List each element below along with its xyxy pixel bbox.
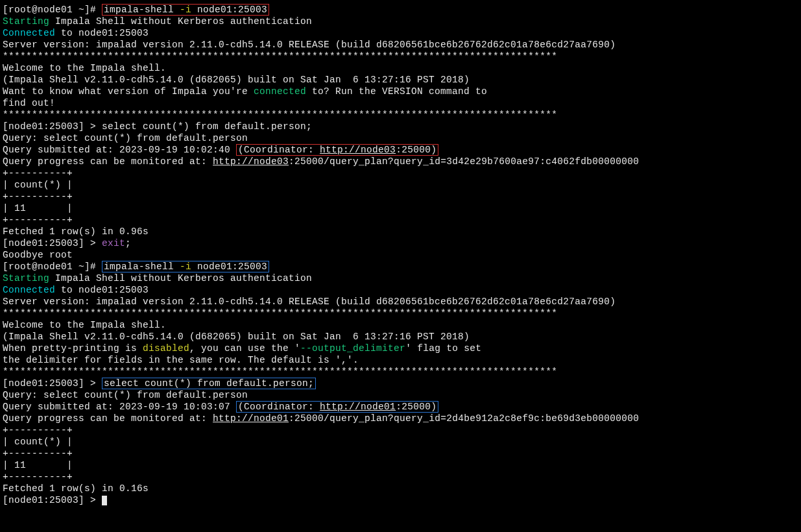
- output-line: (Impala Shell v2.11.0-cdh5.14.0 (d682065…: [3, 74, 798, 86]
- impala-prompt-line[interactable]: [node01:25003] >: [3, 494, 798, 506]
- table-row: | 11 |: [3, 202, 798, 214]
- impala-prompt-line[interactable]: [node01:25003] > select count(*) from de…: [3, 121, 798, 132]
- output-line: ****************************************…: [3, 51, 798, 62]
- output-line: Welcome to the Impala shell.: [3, 62, 798, 74]
- highlight-box-blue: impala-shell -i node01:25003: [102, 261, 269, 272]
- table-border: +----------+: [3, 424, 798, 436]
- coordinator-url[interactable]: http://node01: [320, 402, 396, 412]
- output-line: the delimiter for fields in the same row…: [3, 354, 798, 366]
- impala-prompt-line[interactable]: [node01:25003] > select count(*) from de…: [3, 378, 798, 389]
- output-line: When pretty-printing is disabled, you ca…: [3, 343, 798, 354]
- highlight-box-blue: select count(*) from default.person;: [102, 378, 316, 389]
- output-line: Goodbye root: [3, 249, 798, 261]
- output-line: Server version: impalad version 2.11.0-c…: [3, 39, 798, 51]
- output-line: find out!: [3, 97, 798, 109]
- table-border: +----------+: [3, 471, 798, 483]
- output-line: Connected to node01:25003: [3, 27, 798, 39]
- highlight-box-red: impala-shell -i node01:25003: [102, 4, 269, 16]
- output-line: Want to know what version of Impala you'…: [3, 86, 798, 97]
- output-line: ****************************************…: [3, 366, 798, 378]
- output-line: ****************************************…: [3, 308, 798, 319]
- table-border: +----------+: [3, 167, 798, 179]
- impala-prompt-line[interactable]: [node01:25003] > exit;: [3, 237, 798, 249]
- shell-prompt-line[interactable]: [root@node01 ~]# impala-shell -i node01:…: [3, 261, 798, 272]
- output-line: Query progress can be monitored at: http…: [3, 413, 798, 424]
- output-line: Query: select count(*) from default.pers…: [3, 132, 798, 144]
- output-line: Query submitted at: 2023-09-19 10:02:40 …: [3, 144, 798, 156]
- highlight-box-blue: (Coordinator: http://node01:25000): [236, 401, 438, 413]
- progress-url[interactable]: http://node01: [213, 413, 289, 424]
- output-line: Starting Impala Shell without Kerberos a…: [3, 16, 798, 27]
- output-line: Server version: impalad version 2.11.0-c…: [3, 296, 798, 308]
- table-border: +----------+: [3, 191, 798, 202]
- output-line: Starting Impala Shell without Kerberos a…: [3, 272, 798, 284]
- output-line: Fetched 1 row(s) in 0.16s: [3, 483, 798, 494]
- output-line: Query submitted at: 2023-09-19 10:03:07 …: [3, 401, 798, 413]
- table-border: +----------+: [3, 448, 798, 459]
- output-line: Query progress can be monitored at: http…: [3, 156, 798, 167]
- table-header: | count(*) |: [3, 179, 798, 191]
- cursor-icon: [102, 496, 107, 505]
- table-row: | 11 |: [3, 459, 798, 471]
- coordinator-url[interactable]: http://node03: [320, 145, 396, 155]
- table-border: +----------+: [3, 214, 798, 226]
- progress-url[interactable]: http://node03: [213, 156, 289, 167]
- table-header: | count(*) |: [3, 436, 798, 448]
- highlight-box-red: (Coordinator: http://node03:25000): [236, 144, 438, 156]
- output-line: Connected to node01:25003: [3, 284, 798, 296]
- output-line: ****************************************…: [3, 109, 798, 121]
- output-line: Fetched 1 row(s) in 0.96s: [3, 226, 798, 237]
- output-line: (Impala Shell v2.11.0-cdh5.14.0 (d682065…: [3, 331, 798, 343]
- output-line: Welcome to the Impala shell.: [3, 319, 798, 331]
- output-line: Query: select count(*) from default.pers…: [3, 389, 798, 401]
- terminal-output: [root@node01 ~]# impala-shell -i node01:…: [3, 4, 798, 506]
- shell-prompt-line[interactable]: [root@node01 ~]# impala-shell -i node01:…: [3, 4, 798, 16]
